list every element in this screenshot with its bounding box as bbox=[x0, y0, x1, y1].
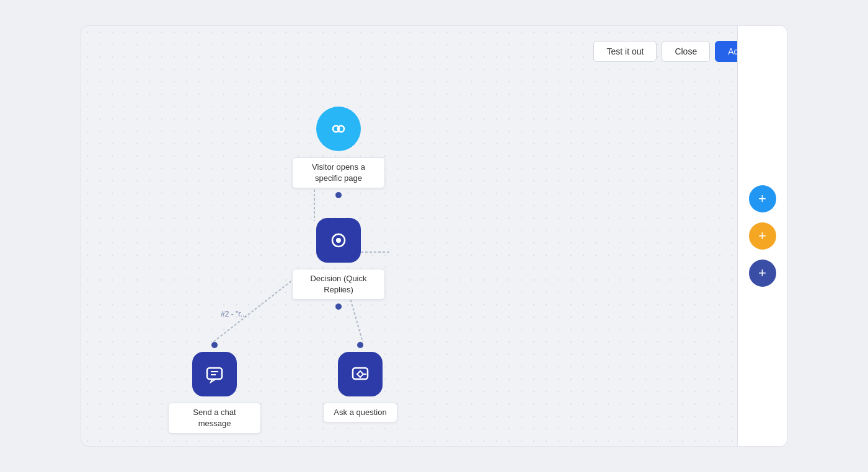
close-button[interactable]: Close bbox=[662, 41, 710, 62]
svg-rect-7 bbox=[207, 368, 222, 379]
decision-icon bbox=[316, 218, 361, 263]
trigger-label: Visitor opens a specific page bbox=[292, 157, 385, 188]
flow-canvas[interactable]: Visitor opens a specific page Decision (… bbox=[81, 26, 737, 446]
chat-top-dot bbox=[211, 342, 218, 348]
trigger-node[interactable]: Visitor opens a specific page bbox=[292, 107, 385, 198]
question-node[interactable]: Ask a question bbox=[323, 342, 397, 422]
question-top-dot bbox=[357, 342, 363, 348]
trigger-icon bbox=[316, 107, 361, 151]
trigger-bottom-dot bbox=[335, 192, 342, 198]
connector-label-2: #2 - "r... bbox=[221, 310, 247, 318]
right-panel: + + + bbox=[737, 26, 787, 446]
add-trigger-button[interactable]: + bbox=[749, 185, 776, 212]
chat-node[interactable]: Send a chat message bbox=[168, 342, 261, 434]
decision-node[interactable]: Decision (Quick Replies) bbox=[292, 218, 385, 310]
decision-bottom-dot bbox=[335, 304, 342, 310]
chat-label: Send a chat message bbox=[168, 403, 261, 434]
svg-point-6 bbox=[336, 238, 341, 243]
add-condition-button[interactable]: + bbox=[749, 260, 776, 287]
flow-canvas-container: Test it out Close Activate + + + bbox=[81, 25, 787, 447]
test-it-out-button[interactable]: Test it out bbox=[593, 41, 657, 62]
chat-icon bbox=[192, 352, 237, 396]
question-icon bbox=[338, 352, 383, 396]
decision-label: Decision (Quick Replies) bbox=[292, 269, 385, 300]
question-label: Ask a question bbox=[323, 403, 397, 422]
add-action-button[interactable]: + bbox=[749, 222, 776, 250]
